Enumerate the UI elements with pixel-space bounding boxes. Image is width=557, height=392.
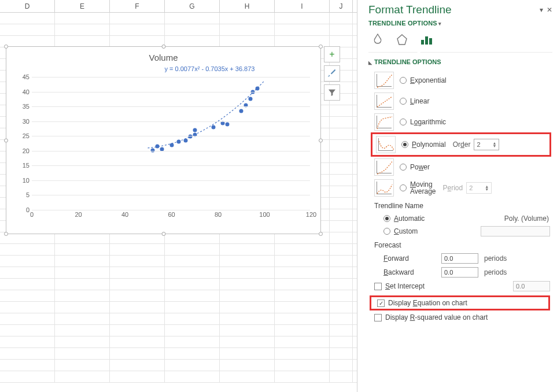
radio-power[interactable] — [400, 164, 407, 171]
data-point[interactable] — [239, 109, 244, 113]
col-header-g[interactable]: G — [165, 0, 220, 12]
option-logarithmic[interactable]: Logarithmic — [368, 112, 552, 132]
moving-average-period-input: 2 ▲▼ — [466, 182, 492, 194]
plus-icon: + — [329, 49, 334, 60]
option-label: EExponentialxponential — [410, 76, 447, 84]
forward-unit: periods — [484, 254, 507, 262]
x-axis: 020406080100120 — [32, 211, 310, 220]
checkbox-display-r2[interactable] — [374, 314, 382, 321]
data-point[interactable] — [183, 138, 187, 142]
brush-icon — [327, 68, 337, 79]
forecast-header: Forecast — [374, 241, 552, 249]
chart-object[interactable]: Volume y = 0.0077x² - 0.7035x + 36.873 0… — [6, 46, 321, 234]
checkbox-set-intercept[interactable] — [374, 283, 382, 290]
polynomial-icon — [376, 136, 396, 153]
display-equation-label: Display Equation on chart — [388, 299, 467, 307]
forward-input[interactable]: 0.0 — [441, 253, 478, 264]
option-polynomial[interactable]: Polynomial Order 2 ▲▼ — [372, 134, 549, 155]
data-point[interactable] — [211, 125, 215, 129]
chart-title[interactable]: Volume — [6, 47, 320, 65]
column-header-row: D E F G H I J — [0, 0, 357, 13]
logarithmic-icon — [374, 113, 394, 131]
pane-close-icon[interactable]: ✕ — [547, 6, 552, 14]
data-point[interactable] — [169, 143, 174, 147]
chart-filter-button[interactable] — [324, 84, 340, 101]
automatic-name-value: Poly. (Volume) — [504, 215, 552, 223]
display-r2-row[interactable]: Display R-squared value on chart — [368, 312, 552, 323]
tab-effects[interactable] — [394, 32, 410, 46]
data-series[interactable] — [32, 77, 310, 210]
col-header-j[interactable]: J — [330, 0, 353, 12]
power-icon — [374, 158, 394, 176]
option-linear[interactable]: Linear — [368, 91, 552, 112]
forward-label: Forward — [383, 254, 441, 262]
radio-automatic[interactable] — [383, 215, 390, 222]
set-intercept-row[interactable]: Set Intercept 0.0 — [368, 279, 552, 293]
col-header-d[interactable]: D — [0, 0, 55, 12]
trendline-name-header: Trendline Name — [374, 202, 552, 210]
radio-exponential[interactable] — [400, 77, 407, 84]
data-point[interactable] — [256, 87, 260, 91]
radio-polynomial[interactable] — [401, 141, 408, 148]
chart-element-buttons: + — [324, 46, 341, 103]
backward-label: Backward — [383, 268, 441, 276]
custom-label: Custom — [394, 227, 418, 235]
col-header-h[interactable]: H — [220, 0, 275, 12]
trendline-equation-label[interactable]: y = 0.0077x² - 0.7035x + 36.873 — [6, 65, 320, 72]
option-label: Logarithmic — [410, 118, 446, 126]
chart-add-element-button[interactable]: + — [324, 46, 340, 62]
automatic-label: Automatic — [394, 215, 425, 223]
trendline-options-section-header[interactable]: ◣TRENDLINE OPTIONS — [368, 58, 552, 65]
checkbox-display-equation[interactable] — [377, 299, 385, 307]
backward-input[interactable]: 0.0 — [441, 267, 478, 278]
data-point[interactable] — [221, 121, 225, 125]
svg-rect-2 — [425, 36, 428, 45]
radio-logarithmic[interactable] — [400, 119, 407, 125]
bar-chart-icon — [419, 33, 433, 46]
tab-fill-line[interactable] — [370, 32, 386, 46]
data-point[interactable] — [151, 148, 155, 152]
data-point[interactable] — [176, 140, 180, 144]
pane-title: Format Trendline — [368, 3, 452, 16]
data-point[interactable] — [156, 145, 160, 149]
tab-trendline-options[interactable] — [418, 32, 434, 46]
trendline-name-automatic[interactable]: Automatic Poly. (Volume) — [368, 212, 552, 225]
radio-moving-average[interactable] — [400, 184, 407, 191]
set-intercept-value: 0.0 — [513, 281, 550, 291]
col-header-f[interactable]: F — [110, 0, 165, 12]
svg-rect-3 — [429, 38, 432, 45]
polynomial-order-input[interactable]: 2 ▲▼ — [474, 139, 499, 150]
set-intercept-label: Set Intercept — [385, 282, 425, 290]
moving-avg-icon — [374, 179, 394, 197]
format-trendline-pane: Format Trendline ▾ ✕ TRENDLINE OPTIONS▾ … — [363, 0, 557, 392]
highlight-display-equation: Display Equation on chart — [370, 295, 550, 310]
backward-unit: periods — [484, 268, 507, 276]
option-label: MovingAverage — [410, 181, 436, 195]
plot-area[interactable]: 051015202530354045 020406080100120 — [32, 77, 310, 210]
trendline-name-custom[interactable]: Custom — [368, 225, 552, 238]
col-header-e[interactable]: E — [55, 0, 110, 12]
highlight-polynomial: Polynomial Order 2 ▲▼ — [371, 132, 551, 157]
linear-icon — [374, 93, 394, 110]
worksheet-area: D E F G H I J Volume y = 0.0077x² - 0.70… — [0, 0, 357, 392]
pane-tab-strip — [368, 32, 552, 53]
order-label: Order — [453, 140, 471, 149]
data-point[interactable] — [188, 135, 192, 139]
option-exponential[interactable]: EExponentialxponential — [368, 70, 552, 91]
chart-styles-button[interactable] — [324, 65, 340, 82]
data-point[interactable] — [249, 97, 253, 101]
radio-linear[interactable] — [400, 98, 407, 105]
option-moving-average[interactable]: MovingAverage Period 2 ▲▼ — [368, 177, 552, 198]
display-r2-label: Display R-squared value on chart — [385, 313, 488, 321]
pane-dropdown-icon[interactable]: ▾ — [540, 6, 543, 14]
col-header-i[interactable]: I — [275, 0, 330, 12]
display-equation-row[interactable]: Display Equation on chart — [371, 297, 548, 309]
option-label: Polynomial — [412, 140, 446, 149]
data-point[interactable] — [193, 128, 197, 132]
option-power[interactable]: Power — [368, 157, 552, 177]
radio-custom[interactable] — [383, 228, 390, 235]
pane-subtitle-dropdown[interactable]: TRENDLINE OPTIONS▾ — [368, 20, 552, 27]
option-label: Power — [410, 163, 430, 171]
custom-name-input[interactable] — [481, 226, 550, 236]
data-point[interactable] — [226, 122, 230, 126]
